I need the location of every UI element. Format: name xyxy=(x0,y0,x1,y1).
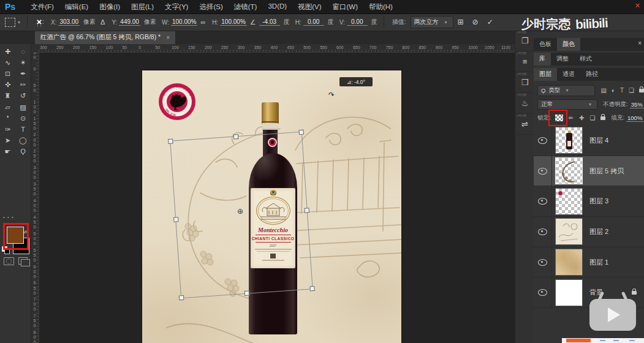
tab-adjustments[interactable]: 调整 xyxy=(551,53,574,66)
healing-brush-tool-icon[interactable]: ✜ xyxy=(0,80,15,91)
clone-source-panel-icon[interactable]: 少时宗悫 ⇌ xyxy=(515,114,534,135)
visibility-toggle[interactable] xyxy=(534,186,552,216)
move-tool-icon[interactable]: ✚ xyxy=(0,46,15,57)
layer-thumbnail[interactable] xyxy=(556,189,582,214)
tab-libraries[interactable]: 库 xyxy=(534,53,551,66)
magic-wand-tool-icon[interactable]: ✶ xyxy=(15,57,31,68)
foreground-color-swatch[interactable] xyxy=(7,227,24,244)
blur-tool-icon[interactable]: ❜ xyxy=(0,113,15,124)
layer-row[interactable]: 图层 1 xyxy=(534,247,644,278)
layer-filter-select[interactable]: Ϙ 类型 ▾ xyxy=(537,85,595,96)
lasso-tool-icon[interactable]: ∿ xyxy=(0,57,15,68)
history-panel-icon[interactable]: 少时宗悫 ❐ xyxy=(515,31,534,51)
vertical-ruler[interactable]: 5005010015020025030035040045050055060065… xyxy=(31,52,39,343)
layer-name[interactable]: 图层 4 xyxy=(589,136,608,145)
brush-tool-icon[interactable]: ✏ xyxy=(15,80,31,91)
fill-value[interactable]: 100% xyxy=(626,115,643,122)
layer-name[interactable]: 图层 3 xyxy=(589,197,608,206)
transform-tool-icon[interactable] xyxy=(5,18,15,27)
type-tool-icon[interactable]: T xyxy=(15,124,31,135)
link-dimensions-icon[interactable]: ∞ xyxy=(200,18,205,26)
filter-shape-icon[interactable]: ❏ xyxy=(629,87,634,94)
layer-row-selected[interactable]: 图层 5 拷贝 xyxy=(534,156,644,187)
warp-mode-icon[interactable]: ⊞ xyxy=(458,18,464,26)
horizontal-ruler[interactable]: 3002502001501005005010015020025030035040… xyxy=(39,44,516,53)
menu-item[interactable]: 文字(Y) xyxy=(159,2,194,12)
layer-thumbnail[interactable] xyxy=(556,280,582,306)
tab-channels[interactable]: 通道 xyxy=(557,68,580,81)
menu-item[interactable]: 编辑(E) xyxy=(59,2,94,12)
screen-mode-icon[interactable] xyxy=(18,257,28,265)
adjustments-panel-icon[interactable]: 少时宗悫 ≡ xyxy=(515,51,534,72)
layer-thumbnail[interactable] xyxy=(556,219,582,244)
layer-name[interactable]: 图层 2 xyxy=(589,227,608,236)
transform-handle[interactable] xyxy=(299,130,305,135)
filter-adjustment-icon[interactable]: ◐ xyxy=(612,87,615,94)
marquee-tool-icon[interactable]: ◌ xyxy=(15,46,31,57)
layer-row[interactable]: 图层 4 xyxy=(534,126,644,156)
layer-thumbnail[interactable] xyxy=(556,249,582,275)
filter-smart-object-icon[interactable] xyxy=(639,89,644,92)
transform-handle[interactable] xyxy=(168,139,173,145)
visibility-toggle[interactable] xyxy=(534,217,552,247)
transform-handle[interactable] xyxy=(309,286,315,292)
x-input[interactable]: 303.00 xyxy=(58,18,80,26)
cancel-transform-icon[interactable]: ⊘ xyxy=(472,18,479,26)
visibility-toggle[interactable] xyxy=(534,126,552,156)
menu-item[interactable]: 选择(S) xyxy=(194,2,228,12)
zoom-tool-icon[interactable]: Ϙ xyxy=(15,146,31,157)
transform-handle[interactable] xyxy=(304,208,309,213)
gradient-tool-icon[interactable]: ▨ xyxy=(15,102,31,113)
layer-row[interactable]: 图层 2 xyxy=(534,217,644,247)
document-tab[interactable]: 红酒广告 @ 66.7% (图层 5 拷贝, RGB/8) * × xyxy=(35,31,175,44)
document-canvas[interactable]: CHIANTI CLASSICO DAL 1716 xyxy=(142,70,401,343)
menu-item[interactable]: 图层(L) xyxy=(126,2,159,12)
menu-item[interactable]: 滤镜(T) xyxy=(229,2,263,12)
transform-handle[interactable] xyxy=(173,217,179,222)
vskew-input[interactable]: 0.00 xyxy=(347,18,368,26)
lock-transparent-pixels-icon[interactable] xyxy=(555,115,563,121)
default-colors-icon[interactable] xyxy=(2,246,7,252)
edit-toolbar-dots-icon[interactable]: • • • xyxy=(3,214,14,220)
layer-row[interactable]: 图层 3 xyxy=(534,186,644,217)
transform-handle[interactable] xyxy=(244,290,250,296)
hskew-input[interactable]: 0.00 xyxy=(303,18,324,26)
dodge-tool-icon[interactable]: ⊙ xyxy=(15,113,31,124)
shape-tool-icon[interactable]: ◯ xyxy=(15,135,31,146)
quick-mask-icon[interactable] xyxy=(4,257,14,265)
filter-type-icon[interactable]: T xyxy=(620,87,624,94)
chevron-down-icon[interactable]: ▾ xyxy=(18,20,20,25)
panel-close-icon[interactable]: × xyxy=(638,40,642,47)
interpolation-select[interactable]: 两次立方 ▾ xyxy=(411,16,453,28)
lock-artboard-icon[interactable]: ❏ xyxy=(589,115,595,121)
commit-transform-icon[interactable]: ✓ xyxy=(487,18,493,26)
transform-handle[interactable] xyxy=(233,134,239,140)
angle-input[interactable]: -4.03 xyxy=(259,18,280,26)
menu-item[interactable]: 视图(V) xyxy=(292,2,327,12)
clone-stamp-tool-icon[interactable]: ♜ xyxy=(0,91,15,102)
transform-panel-icon[interactable]: 少时宗悫 ❒ xyxy=(515,72,534,93)
tab-color[interactable]: 颜色 xyxy=(557,38,580,51)
tab-swatches[interactable]: 色板 xyxy=(534,38,557,51)
brushes-panel-icon[interactable]: 少时宗悫 ♨ xyxy=(515,93,534,114)
hand-tool-icon[interactable]: ☛ xyxy=(0,146,15,157)
menu-item[interactable]: 文件(F) xyxy=(25,2,59,12)
layer-name[interactable]: 图层 5 拷贝 xyxy=(589,167,624,176)
tab-layers[interactable]: 图层 xyxy=(534,68,557,81)
path-select-tool-icon[interactable]: ➤ xyxy=(0,135,15,146)
menu-item[interactable]: 图像(I) xyxy=(94,2,126,12)
crop-tool-icon[interactable]: ⊡ xyxy=(0,68,15,79)
transform-reference-point[interactable]: ⊕ xyxy=(237,207,243,216)
blend-mode-select[interactable]: 正常 ▾ xyxy=(537,99,597,110)
relative-position-icon[interactable]: Δ xyxy=(100,18,105,26)
menu-item[interactable]: 窗口(W) xyxy=(327,2,363,12)
visibility-toggle[interactable] xyxy=(534,277,552,307)
pen-tool-icon[interactable]: ✑ xyxy=(0,124,15,135)
lock-image-pixels-icon[interactable]: ✏ xyxy=(569,115,574,121)
y-input[interactable]: 449.00 xyxy=(119,18,140,26)
swap-colors-icon[interactable]: ⇄ xyxy=(23,230,27,235)
tab-close-icon[interactable]: × xyxy=(166,34,170,41)
menu-item[interactable]: 3D(D) xyxy=(262,2,292,12)
lock-all-icon[interactable] xyxy=(600,116,605,120)
history-brush-tool-icon[interactable]: ↺ xyxy=(15,91,31,102)
